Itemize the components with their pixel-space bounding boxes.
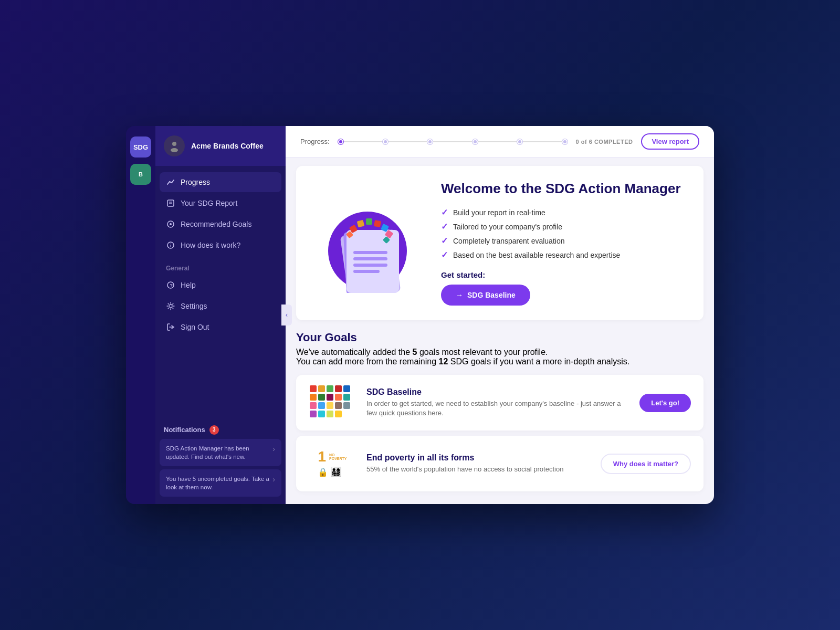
svg-rect-20	[353, 270, 380, 273]
poverty-number: 1	[318, 449, 326, 464]
sdg-baseline-arrow: →	[456, 291, 463, 299]
settings-icon	[166, 301, 175, 311]
sdg-icon-rail-item[interactable]: SDG	[130, 136, 151, 158]
svg-rect-45	[318, 411, 325, 417]
icon-rail: SDG B	[126, 126, 155, 504]
goals-icon	[166, 219, 175, 229]
check-icon-1: ✓	[441, 207, 448, 217]
checklist-item-2: ✓ Tailored to your company's profile	[441, 222, 685, 232]
progress-status: 0 of 6 COMPLETED	[576, 139, 633, 145]
progress-dot-3	[427, 139, 433, 144]
notification-card-1[interactable]: SDG Action Manager has been updated. Fin…	[160, 439, 281, 466]
welcome-text: Welcome to the SDG Action Manager ✓ Buil…	[441, 181, 685, 306]
svg-point-11	[169, 304, 172, 308]
check-icon-4: ✓	[441, 250, 448, 260]
svg-rect-44	[310, 411, 317, 417]
checklist-text-4: Based on the best available research and…	[453, 251, 620, 259]
progress-icon	[166, 177, 175, 187]
poverty-goal-desc: 55% of the world's population have no ac…	[366, 465, 590, 474]
sidebar-item-progress[interactable]: Progress	[160, 172, 281, 192]
sdg-baseline-goal-info: SDG Baseline In order to get started, we…	[366, 387, 629, 418]
progress-track	[338, 141, 568, 142]
svg-point-6	[170, 223, 172, 225]
progress-dot-4	[472, 139, 478, 144]
poverty-goal-info: End poverty in all its forms 55% of the …	[366, 453, 590, 474]
notification-badge: 3	[209, 425, 219, 435]
svg-rect-35	[318, 394, 325, 401]
svg-rect-39	[310, 402, 317, 409]
sidebar-item-recommended-goals[interactable]: Recommended Goals	[160, 214, 281, 234]
progress-dot-5	[517, 139, 522, 144]
welcome-title: Welcome to the SDG Action Manager	[441, 181, 685, 197]
sidebar-item-how-it-works[interactable]: i How does it work?	[160, 235, 281, 255]
svg-rect-30	[318, 385, 325, 392]
your-goals-title: Your Goals	[296, 331, 704, 344]
notification-arrow-2: ›	[272, 475, 275, 484]
progress-line	[338, 141, 568, 142]
sidebar-profile: Acme Brands Coffee	[155, 126, 286, 166]
get-started-label: Get started:	[441, 270, 685, 279]
avatar	[164, 135, 185, 156]
poverty-poverty-label: POVERTY	[329, 457, 346, 461]
welcome-illustration	[315, 191, 420, 296]
lock-icon: 🔒	[318, 467, 328, 477]
sidebar-item-settings[interactable]: Settings	[160, 296, 281, 316]
notification-text-1: SDG Action Manager has been updated. Fin…	[166, 444, 269, 461]
sdg-baseline-button[interactable]: → SDG Baseline	[441, 285, 530, 306]
svg-rect-42	[335, 402, 342, 409]
notification-card-2[interactable]: You have 5 uncompleted goals. Take a loo…	[160, 469, 281, 497]
svg-rect-24	[374, 220, 381, 227]
notification-arrow-1: ›	[272, 445, 275, 453]
sidebar-label-goals: Recommended Goals	[181, 220, 251, 228]
view-report-button[interactable]: View report	[641, 133, 699, 150]
svg-rect-46	[327, 411, 333, 417]
checklist-item-4: ✓ Based on the best available research a…	[441, 250, 685, 260]
svg-rect-29	[310, 385, 317, 392]
sidebar-label-how: How does it work?	[181, 241, 240, 249]
welcome-card: Welcome to the SDG Action Manager ✓ Buil…	[296, 166, 704, 320]
svg-rect-17	[353, 251, 387, 254]
report-icon	[166, 198, 175, 208]
svg-rect-37	[335, 394, 342, 401]
sidebar-label-report: Your SDG Report	[181, 199, 237, 207]
sidebar-item-report[interactable]: Your SDG Report	[160, 193, 281, 213]
sidebar-label-progress: Progress	[181, 178, 210, 186]
svg-rect-34	[310, 394, 317, 401]
notification-text-2: You have 5 uncompleted goals. Take a loo…	[166, 475, 269, 491]
poverty-action-button[interactable]: Why does it matter?	[601, 454, 691, 474]
sidebar-item-help[interactable]: ? Help	[160, 275, 281, 295]
sdg-baseline-action-button[interactable]: Let's go!	[639, 394, 691, 412]
app-container: SDG B Acme Brands Coffee	[126, 126, 714, 504]
progress-dot-6	[562, 139, 568, 144]
sidebar-nav: Progress Your SDG Report	[155, 170, 286, 417]
svg-rect-47	[335, 411, 342, 417]
progress-bar-section: Progress: 0 of 6 COMPLETED View report	[286, 126, 714, 158]
checklist-item-3: ✓ Completely transparent evaluation	[441, 236, 685, 246]
signout-icon	[166, 322, 175, 332]
sidebar-collapse-button[interactable]: ‹	[281, 304, 292, 326]
svg-rect-18	[353, 257, 387, 260]
check-icon-3: ✓	[441, 236, 448, 246]
check-icon-2: ✓	[441, 222, 448, 232]
brand-icon-rail-item[interactable]: B	[130, 164, 151, 185]
svg-rect-43	[343, 402, 350, 409]
sdg-baseline-label: SDG Baseline	[467, 291, 516, 299]
svg-rect-36	[327, 394, 333, 401]
svg-rect-23	[366, 218, 372, 225]
sidebar-label-signout: Sign Out	[181, 323, 209, 331]
goals-highlight-2: 12	[439, 357, 448, 366]
sidebar: Acme Brands Coffee Progress	[155, 126, 286, 504]
svg-rect-38	[343, 394, 350, 401]
svg-rect-16	[346, 230, 399, 293]
goal-card-sdg-baseline: SDG Baseline In order to get started, we…	[296, 375, 704, 430]
sdg-baseline-goal-desc: In order to get started, we need to esta…	[366, 399, 629, 418]
progress-dot-2	[383, 139, 388, 144]
sidebar-item-signout[interactable]: Sign Out	[160, 317, 281, 337]
sidebar-label-settings: Settings	[181, 302, 207, 310]
checklist-text-2: Tailored to your company's profile	[453, 223, 562, 231]
svg-rect-2	[167, 200, 174, 206]
checklist-text-1: Build your report in real-time	[453, 208, 545, 217]
sdg-baseline-goal-title: SDG Baseline	[366, 387, 629, 397]
your-goals-section: Your Goals We've automatically added the…	[286, 320, 714, 375]
svg-rect-32	[335, 385, 342, 392]
